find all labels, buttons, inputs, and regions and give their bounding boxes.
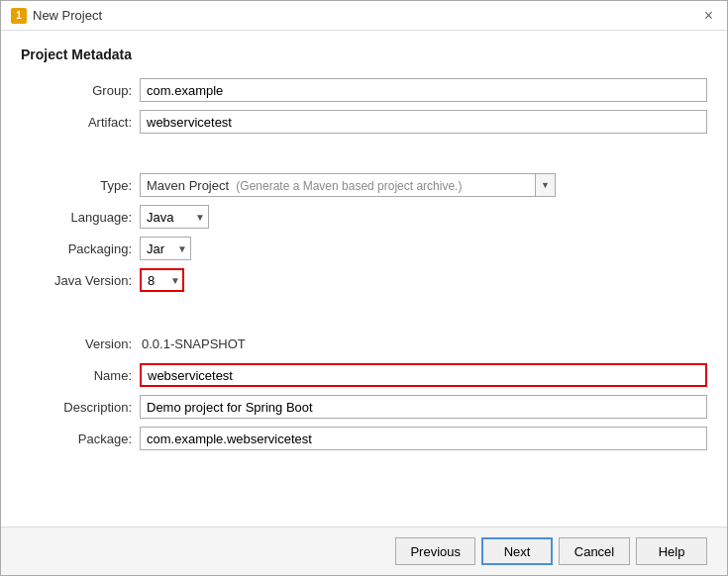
packaging-row: Packaging: Jar War ▼ <box>21 233 707 264</box>
description-label: Description: <box>21 391 140 423</box>
group-row: Group: <box>21 74 707 106</box>
language-select[interactable]: Java Kotlin Groovy <box>140 205 209 229</box>
type-dropdown-arrow[interactable]: ▼ <box>535 174 555 196</box>
name-row: Name: <box>21 359 707 391</box>
new-project-dialog: 1 New Project × Project Metadata Group: … <box>0 0 728 576</box>
title-bar-left: 1 New Project <box>11 8 102 24</box>
package-input-cell <box>140 423 707 454</box>
help-button[interactable]: Help <box>636 537 707 565</box>
artifact-input[interactable] <box>140 110 707 134</box>
name-input[interactable] <box>140 363 707 387</box>
package-label: Package: <box>21 423 140 454</box>
java-version-select-wrapper: 8 11 17 21 ▼ <box>140 268 184 292</box>
cancel-button[interactable]: Cancel <box>559 537 630 565</box>
name-label: Name: <box>21 359 140 391</box>
artifact-input-cell <box>140 106 707 138</box>
packaging-select[interactable]: Jar War <box>140 237 191 260</box>
packaging-select-wrapper: Jar War ▼ <box>140 237 191 260</box>
type-input-cell: Maven Project (Generate a Maven based pr… <box>140 169 707 201</box>
language-label: Language: <box>21 201 140 233</box>
packaging-input-cell: Jar War ▼ <box>140 233 707 264</box>
form-table: Group: Artifact: Type: <box>21 74 707 454</box>
language-input-cell: Java Kotlin Groovy ▼ <box>140 201 707 233</box>
type-dropdown[interactable]: Maven Project (Generate a Maven based pr… <box>140 173 556 197</box>
version-row: Version: 0.0.1-SNAPSHOT <box>21 328 707 359</box>
name-input-cell <box>140 359 707 391</box>
version-value: 0.0.1-SNAPSHOT <box>140 336 246 351</box>
title-bar: 1 New Project × <box>1 1 727 31</box>
version-input-cell: 0.0.1-SNAPSHOT <box>140 328 707 359</box>
artifact-label: Artifact: <box>21 106 140 138</box>
dialog-body: Project Metadata Group: Artifact: <box>1 31 727 527</box>
java-version-select[interactable]: 8 11 17 21 <box>140 268 184 292</box>
package-input[interactable] <box>140 427 707 450</box>
next-button[interactable]: Next <box>481 537 553 565</box>
description-input-cell <box>140 391 707 423</box>
section-title: Project Metadata <box>21 47 707 62</box>
dialog-title: New Project <box>33 8 102 23</box>
version-label: Version: <box>21 328 140 359</box>
group-input[interactable] <box>140 78 707 102</box>
group-input-cell <box>140 74 707 106</box>
previous-button[interactable]: Previous <box>395 537 475 565</box>
type-value: Maven Project (Generate a Maven based pr… <box>141 178 535 193</box>
packaging-label: Packaging: <box>21 233 140 264</box>
dialog-footer: Previous Next Cancel Help <box>1 527 727 575</box>
type-row: Type: Maven Project (Generate a Maven ba… <box>21 169 707 201</box>
artifact-row: Artifact: <box>21 106 707 138</box>
language-row: Language: Java Kotlin Groovy ▼ <box>21 201 707 233</box>
language-select-wrapper: Java Kotlin Groovy ▼ <box>140 205 209 229</box>
package-row: Package: <box>21 423 707 454</box>
type-label: Type: <box>21 169 140 201</box>
java-version-input-cell: 8 11 17 21 ▼ <box>140 264 707 296</box>
description-input[interactable] <box>140 395 707 419</box>
group-label: Group: <box>21 74 140 106</box>
java-version-label: Java Version: <box>21 264 140 296</box>
java-version-row: Java Version: 8 11 17 21 ▼ <box>21 264 707 296</box>
close-button[interactable]: × <box>700 6 717 26</box>
app-icon: 1 <box>11 8 27 24</box>
description-row: Description: <box>21 391 707 423</box>
